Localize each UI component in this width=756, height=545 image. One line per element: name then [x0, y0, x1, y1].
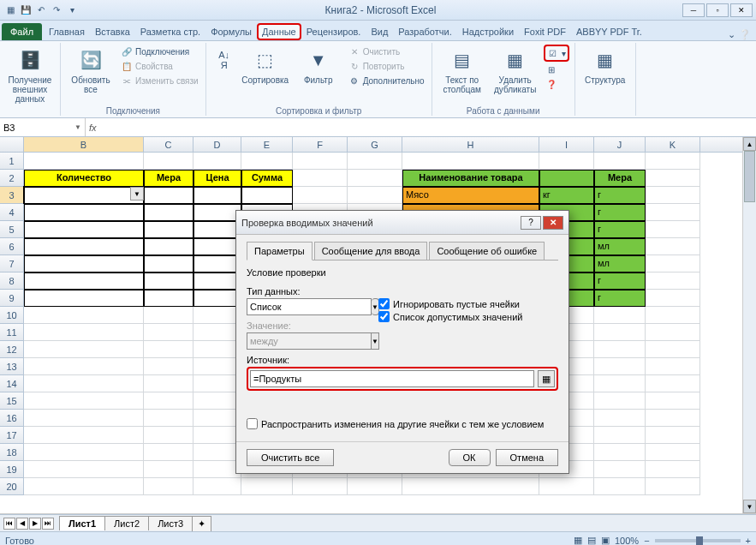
cell-I2[interactable]	[539, 170, 594, 187]
cell-J18[interactable]	[594, 444, 646, 461]
cell-B3[interactable]	[24, 187, 144, 204]
col-header-G[interactable]: G	[348, 137, 402, 152]
help-icon[interactable]: ❔	[739, 29, 751, 40]
cell-C4[interactable]	[144, 204, 193, 221]
cell-C15[interactable]	[144, 392, 193, 410]
close-button[interactable]: ✕	[730, 3, 753, 17]
cell-H20[interactable]	[402, 478, 539, 495]
cell-C12[interactable]	[144, 341, 193, 358]
cell-K14[interactable]	[646, 375, 700, 392]
cell-K6[interactable]	[646, 238, 700, 255]
minimize-ribbon-icon[interactable]: ⌄	[728, 29, 735, 40]
cell-D20[interactable]	[193, 478, 241, 495]
cell-I20[interactable]	[539, 478, 594, 495]
col-header-K[interactable]: K	[646, 137, 700, 152]
name-box[interactable]: B3 ▼	[0, 118, 86, 136]
cell-B18[interactable]	[24, 444, 144, 461]
dialog-help-button[interactable]: ?	[521, 216, 541, 230]
cell-B9[interactable]	[24, 290, 144, 307]
cell-D15[interactable]	[193, 392, 241, 410]
cell-K13[interactable]	[646, 358, 700, 375]
cell-D17[interactable]	[193, 427, 241, 444]
cell-C16[interactable]	[144, 410, 193, 427]
undo-icon[interactable]: ↶	[34, 3, 48, 17]
cell-C7[interactable]	[144, 255, 193, 272]
cell-K4[interactable]	[646, 204, 700, 221]
cell-H1[interactable]	[402, 153, 539, 170]
sheet-prev-icon[interactable]: ◀	[16, 518, 28, 530]
cell-B16[interactable]	[24, 410, 144, 427]
cell-C13[interactable]	[144, 358, 193, 375]
row-header-14[interactable]: 14	[0, 375, 24, 392]
cell-C11[interactable]	[144, 324, 193, 341]
row-header-10[interactable]: 10	[0, 307, 24, 324]
type-input[interactable]	[247, 298, 372, 315]
propagate-checkbox[interactable]: Распространить изменения на другие ячейк…	[247, 418, 558, 429]
cell-K11[interactable]	[646, 324, 700, 341]
file-tab[interactable]: Файл	[2, 23, 42, 40]
formula-area[interactable]: fx	[86, 118, 756, 136]
zoom-level[interactable]: 100%	[615, 536, 639, 546]
sheet-tab-1[interactable]: Лист1	[59, 516, 105, 530]
tab-formulas[interactable]: Формулы	[205, 23, 257, 40]
cell-B4[interactable]	[24, 204, 144, 221]
col-header-F[interactable]: F	[293, 137, 348, 152]
cell-B11[interactable]	[24, 324, 144, 341]
cell-B15[interactable]	[24, 392, 144, 410]
cell-G1[interactable]	[348, 153, 402, 170]
row-header-12[interactable]: 12	[0, 341, 24, 358]
vertical-scrollbar[interactable]: ▲ ▼	[742, 137, 756, 513]
row-header-15[interactable]: 15	[0, 392, 24, 410]
dialog-close-button[interactable]: ✕	[543, 216, 563, 230]
tab-view[interactable]: Вид	[366, 23, 393, 40]
fx-icon[interactable]: fx	[89, 123, 97, 133]
cell-J6[interactable]: мл	[594, 238, 646, 255]
cell-H2[interactable]: Наименование товара	[402, 170, 539, 187]
cell-I1[interactable]	[539, 153, 594, 170]
col-header-C[interactable]: C	[144, 137, 193, 152]
row-header-8[interactable]: 8	[0, 272, 24, 290]
cell-K3[interactable]	[646, 187, 700, 204]
cell-J20[interactable]	[594, 478, 646, 495]
sheet-next-icon[interactable]: ▶	[29, 518, 41, 530]
ignore-blank-checkbox[interactable]: Игнорировать пустые ячейки	[378, 298, 558, 309]
connections-button[interactable]: 🔗Подключения	[119, 45, 200, 58]
cell-J9[interactable]: г	[594, 290, 646, 307]
ok-button[interactable]: ОК	[449, 449, 491, 466]
row-header-4[interactable]: 4	[0, 204, 24, 221]
col-header-H[interactable]: H	[402, 137, 539, 152]
new-sheet-button[interactable]: ✦	[192, 516, 211, 531]
cell-dropdown-arrow[interactable]: ▼	[130, 187, 144, 201]
cell-B2[interactable]: Количество	[24, 170, 144, 187]
cell-J4[interactable]: г	[594, 204, 646, 221]
cell-B20[interactable]	[24, 478, 144, 495]
cell-D7[interactable]	[193, 255, 241, 272]
row-header-3[interactable]: 3	[0, 187, 24, 204]
tab-developer[interactable]: Разработчи.	[393, 23, 456, 40]
dialog-tab-input-msg[interactable]: Сообщение для ввода	[314, 242, 428, 261]
cell-B12[interactable]	[24, 341, 144, 358]
cell-K7[interactable]	[646, 255, 700, 272]
cell-J5[interactable]: г	[594, 221, 646, 238]
get-external-data-button[interactable]: 🗄️ Получение внешних данных	[5, 45, 55, 105]
cell-D4[interactable]	[193, 204, 241, 221]
cell-J15[interactable]	[594, 392, 646, 410]
cancel-button[interactable]: Отмена	[496, 449, 558, 466]
zoom-in-icon[interactable]: +	[746, 536, 751, 546]
advanced-filter-button[interactable]: ⚙Дополнительно	[347, 74, 426, 87]
source-input[interactable]	[250, 370, 534, 387]
dialog-tab-error-msg[interactable]: Сообщение об ошибке	[429, 242, 545, 261]
cell-J13[interactable]	[594, 358, 646, 375]
cell-J8[interactable]: г	[594, 272, 646, 290]
sheet-last-icon[interactable]: ⏭	[42, 518, 54, 530]
redo-icon[interactable]: ↷	[50, 3, 63, 17]
sheet-tab-2[interactable]: Лист2	[104, 516, 149, 530]
cell-F1[interactable]	[293, 153, 348, 170]
row-header-17[interactable]: 17	[0, 427, 24, 444]
name-box-dropdown-icon[interactable]: ▼	[74, 123, 81, 131]
cell-K8[interactable]	[646, 272, 700, 290]
cell-F3[interactable]	[293, 187, 348, 204]
cell-J19[interactable]	[594, 461, 646, 478]
cell-B19[interactable]	[24, 461, 144, 478]
cell-B7[interactable]	[24, 255, 144, 272]
